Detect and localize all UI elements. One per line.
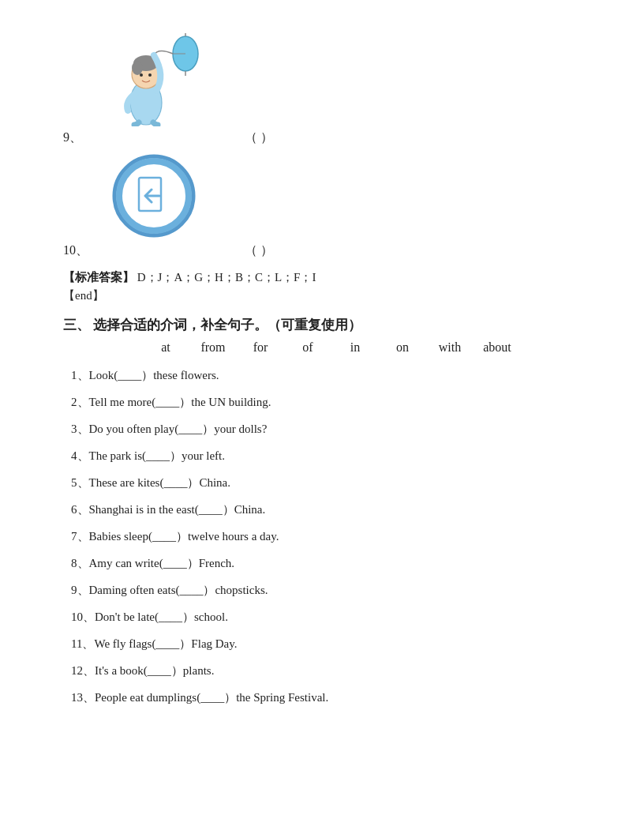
item-10-bracket: （ ）	[245, 242, 273, 259]
exercise-7: 7、Babies sleep(____）twelve hours a day.	[71, 527, 581, 546]
image-10	[110, 152, 581, 239]
item-9-row: 9、 （ ）	[63, 130, 581, 146]
exercise-list: 1、Look(____）these flowers. 2、Tell me mor…	[71, 366, 581, 707]
exercise-9: 9、Daming often eats(____）chopsticks.	[71, 580, 581, 599]
image-9	[110, 32, 581, 126]
exercise-1: 1、Look(____）these flowers.	[71, 366, 581, 385]
exercise-5: 5、These are kites(____）China.	[71, 473, 581, 492]
item-9-bracket: （ ）	[245, 130, 273, 146]
prep-on: on	[379, 340, 426, 355]
exercise-2: 2、Tell me more(____）the UN building.	[71, 393, 581, 411]
boy-lantern-svg	[110, 32, 213, 126]
prep-for: for	[237, 340, 284, 355]
item-9-number: 9、	[63, 130, 95, 146]
section-three-title: 三、 选择合适的介词，补全句子。（可重复使用）	[63, 316, 581, 334]
exercise-12: 12、It's a book(____）plants.	[71, 661, 581, 680]
exercise-8: 8、Amy can write(____）French.	[71, 554, 581, 573]
exercise-11: 11、We fly flags(____）Flag Day.	[71, 634, 581, 653]
answer-content: D；J；A；G；H；B；C；L；F；I	[137, 271, 316, 284]
svg-rect-13	[139, 178, 161, 211]
item-10-number: 10、	[63, 242, 95, 259]
exercise-10: 10、Don't be late(____）school.	[71, 607, 581, 626]
prep-from: from	[189, 340, 237, 355]
prep-of: of	[284, 340, 331, 355]
exercise-13: 13、People eat dumplings(____）the Spring …	[71, 688, 581, 707]
answer-label: 【标准答案】	[63, 271, 134, 284]
end-tag: 【end】	[63, 288, 581, 303]
item-10-row: 10、 （ ）	[63, 242, 581, 259]
exercise-3: 3、Do you often play(____）your dolls?	[71, 419, 581, 438]
prep-at: at	[142, 340, 189, 355]
svg-point-7	[132, 61, 143, 75]
traffic-sign-svg	[110, 152, 197, 239]
prepositions-row: at from for of in on with about	[142, 340, 581, 355]
prep-with: with	[426, 340, 474, 355]
svg-point-9	[148, 73, 152, 77]
prep-about: about	[474, 340, 521, 355]
exercise-6: 6、Shanghai is in the east(____）China.	[71, 500, 581, 519]
standard-answer: 【标准答案】 D；J；A；G；H；B；C；L；F；I	[63, 270, 581, 285]
prep-in: in	[331, 340, 379, 355]
svg-point-8	[140, 73, 143, 77]
exercise-4: 4、The park is(____）your left.	[71, 446, 581, 465]
